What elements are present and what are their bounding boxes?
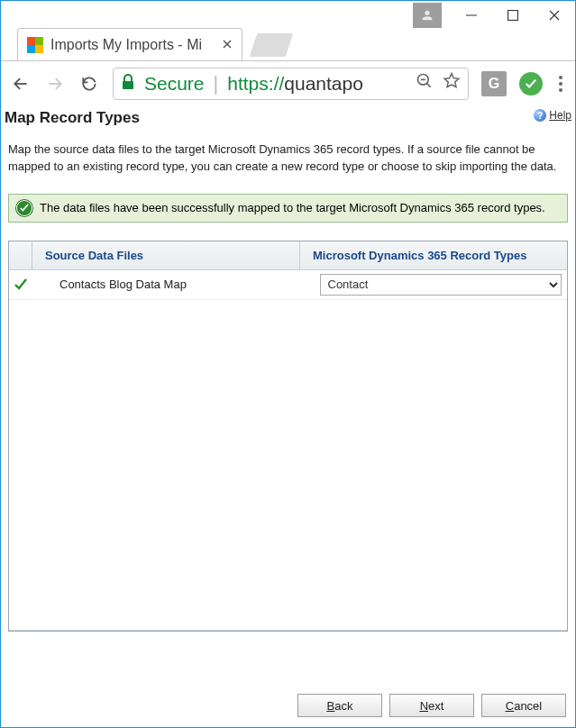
new-tab-button[interactable] — [250, 33, 293, 57]
help-link-text[interactable]: Help — [549, 109, 571, 122]
address-bar[interactable]: Secure | https://quantapo — [113, 68, 469, 100]
forward-nav-button[interactable] — [44, 73, 66, 95]
grid-body: Contacts Blog Data Map Contact — [9, 270, 567, 631]
tab-title: Imports My Imports - Mi — [50, 37, 202, 53]
separator: | — [214, 72, 219, 96]
page-title: Map Record Types — [5, 109, 140, 127]
grid-header-col2[interactable]: Microsoft Dynamics 365 Record Types — [300, 241, 567, 269]
zoom-icon[interactable] — [416, 72, 434, 95]
site-favicon-icon — [27, 37, 43, 53]
grid-header-row: Source Data Files Microsoft Dynamics 365… — [9, 241, 567, 270]
intro-text: Map the source data files to the target … — [3, 127, 573, 188]
help-link[interactable]: ? Help — [534, 109, 571, 122]
table-row: Contacts Blog Data Map Contact — [9, 270, 567, 300]
svg-rect-2 — [123, 81, 133, 89]
close-window-button[interactable] — [534, 1, 575, 30]
svg-rect-0 — [466, 15, 477, 16]
record-type-grid: Source Data Files Microsoft Dynamics 365… — [8, 241, 568, 632]
grid-header-col1[interactable]: Source Data Files — [32, 241, 300, 269]
close-tab-icon[interactable] — [222, 37, 233, 53]
nav-bar: Secure | https://quantapo G — [1, 60, 575, 105]
wizard-footer: Back Next Cancel — [1, 689, 575, 727]
extension-g-badge[interactable]: G — [481, 71, 507, 96]
next-button[interactable]: Next — [389, 694, 474, 717]
row-status-icon — [9, 270, 32, 299]
browser-menu-button[interactable] — [555, 72, 566, 96]
browser-tab-active[interactable]: Imports My Imports - Mi — [17, 28, 242, 60]
success-banner: The data files have been successfully ma… — [8, 194, 568, 223]
back-nav-button[interactable] — [10, 73, 32, 95]
row-file-name: Contacts Blog Data Map — [32, 270, 315, 299]
page-content: Map Record Types ? Help Map the source d… — [1, 105, 575, 632]
account-icon[interactable] — [413, 3, 442, 28]
reload-button[interactable] — [78, 73, 100, 95]
maximize-button[interactable] — [492, 1, 534, 30]
extension-check-icon[interactable] — [519, 72, 543, 96]
tab-strip: Imports My Imports - Mi — [1, 26, 575, 60]
url-text: https://quantapo — [227, 73, 363, 95]
cancel-button[interactable]: Cancel — [481, 694, 566, 717]
minimize-button[interactable] — [451, 1, 492, 30]
grid-header-status-col — [9, 241, 32, 269]
back-button[interactable]: Back — [297, 694, 382, 717]
svg-rect-1 — [508, 11, 518, 21]
secure-label: Secure — [144, 73, 205, 95]
window-controls — [413, 1, 575, 30]
help-icon: ? — [534, 109, 546, 122]
success-check-icon — [16, 200, 32, 216]
lock-icon — [121, 73, 135, 95]
success-message: The data files have been successfully ma… — [40, 201, 545, 214]
record-type-select[interactable]: Contact — [320, 274, 562, 296]
star-icon[interactable] — [443, 72, 461, 95]
